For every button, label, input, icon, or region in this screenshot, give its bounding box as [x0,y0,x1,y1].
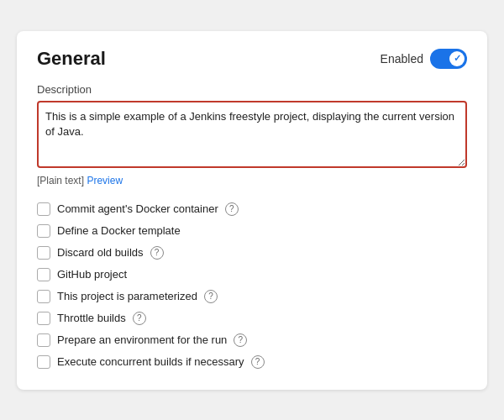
list-item: GitHub project [37,264,467,286]
list-item: Define a Docker template [37,220,467,242]
checkbox-label-throttle-builds: Throttle builds [57,312,126,324]
list-item: Prepare an environment for the run? [37,329,467,351]
format-text: [Plain text] [37,175,84,186]
help-icon-discard-old[interactable]: ? [150,246,164,260]
enabled-label: Enabled [381,52,423,66]
checkbox-github-project[interactable] [37,268,50,281]
checkbox-label-concurrent-builds: Execute concurrent builds if necessary [57,355,244,368]
help-icon-concurrent-builds[interactable]: ? [251,355,265,369]
checkbox-label-parameterized: This project is parameterized [57,290,197,302]
toggle-check-icon: ✓ [454,54,461,63]
checkbox-parameterized[interactable] [37,290,50,303]
checkbox-list: Commit agent's Docker container?Define a… [37,198,467,373]
list-item: Discard old builds? [37,242,467,264]
list-item: This project is parameterized? [37,286,467,307]
checkbox-label-prepare-env: Prepare an environment for the run [57,333,227,346]
page-title: General [37,48,106,70]
help-icon-parameterized[interactable]: ? [204,290,218,303]
description-section: Description This is a simple example of … [37,83,467,186]
checkbox-define-docker[interactable] [37,224,50,238]
toggle-knob: ✓ [449,51,465,66]
checkbox-prepare-env[interactable] [37,333,50,347]
text-format-row: [Plain text] Preview [37,175,467,186]
checkbox-commit-agent[interactable] [37,202,50,216]
checkbox-label-commit-agent: Commit agent's Docker container [57,202,218,215]
enabled-toggle[interactable]: ✓ [430,49,467,69]
description-label: Description [37,83,467,96]
checkbox-label-discard-old: Discard old builds [57,246,144,259]
preview-link[interactable]: Preview [87,175,123,186]
help-icon-prepare-env[interactable]: ? [234,333,247,347]
help-icon-commit-agent[interactable]: ? [225,202,239,216]
list-item: Commit agent's Docker container? [37,198,467,220]
list-item: Throttle builds? [37,307,467,329]
checkbox-throttle-builds[interactable] [37,312,50,325]
help-icon-throttle-builds[interactable]: ? [133,312,146,325]
card-header: General Enabled ✓ [37,48,467,70]
checkbox-concurrent-builds[interactable] [37,355,50,369]
general-card: General Enabled ✓ Description This is a … [17,31,487,390]
checkbox-label-define-docker: Define a Docker template [57,224,181,237]
enabled-row: Enabled ✓ [381,49,467,69]
checkbox-discard-old[interactable] [37,246,50,260]
description-textarea[interactable]: This is a simple example of a Jenkins fr… [37,101,467,168]
list-item: Execute concurrent builds if necessary? [37,351,467,373]
checkbox-label-github-project: GitHub project [57,268,127,281]
